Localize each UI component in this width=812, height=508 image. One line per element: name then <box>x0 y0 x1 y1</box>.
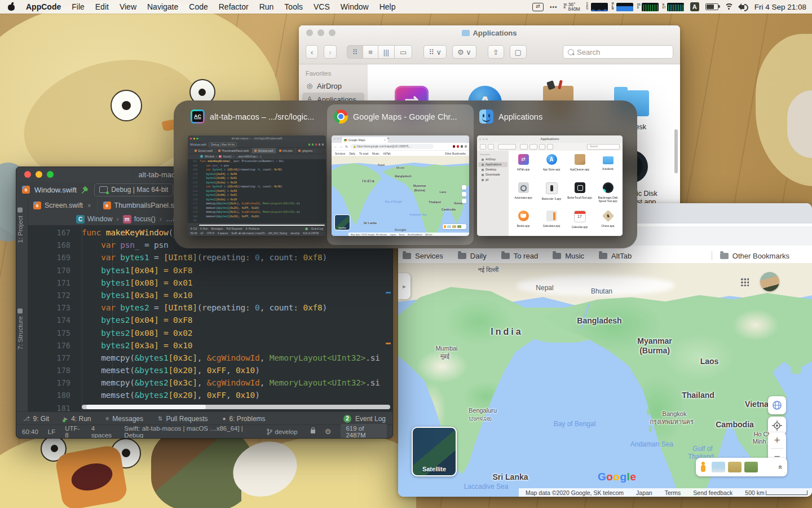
finder-scrollbar[interactable] <box>674 129 678 173</box>
build-hammer-icon[interactable] <box>81 186 90 194</box>
code-line[interactable]: 170 bytes1[0x04] = 0xF8 <box>28 264 392 277</box>
column-view-button[interactable]: ||| <box>378 45 395 59</box>
code-line[interactable]: 174 bytes2[0x04] = 0xF8 <box>188 189 326 194</box>
code-line[interactable]: 176 bytes2[0x3a] = 0x10 <box>28 339 392 352</box>
menu-item-window[interactable]: Window <box>341 2 369 11</box>
gallery-view-button[interactable]: ▭ <box>395 45 412 59</box>
scrollbar-thumb[interactable] <box>86 405 206 409</box>
bookmark-music[interactable]: Music <box>553 252 584 260</box>
terms-link[interactable]: Terms <box>665 489 681 496</box>
chrome-thumbnail[interactable]: Google Maps× + ←→↻ 🔒 https://www.google.… <box>332 135 469 236</box>
app-menu-title[interactable]: AppCode <box>26 2 61 11</box>
sidebar-item-airdrop[interactable]: ◎AirDrop <box>302 79 364 93</box>
finder-search-field[interactable]: Search <box>563 45 673 59</box>
apple-menu-icon[interactable] <box>8 3 15 11</box>
code-line[interactable]: 180 memset(&bytes2[0x20], 0xFF, 0x10) <box>28 389 392 401</box>
pegman-icon[interactable] <box>700 462 705 472</box>
menu-item-edit[interactable]: Edit <box>95 2 109 11</box>
zoom-in-button[interactable]: + <box>768 432 786 448</box>
lock-icon[interactable] <box>311 430 315 433</box>
side-panel-toggle[interactable]: ▸ <box>398 273 411 299</box>
tool-window-button-pull-requests[interactable]: ⇅Pull Requests <box>158 415 208 423</box>
stat-graph-ssd[interactable]: SSD <box>637 3 659 11</box>
bookmark-alttab[interactable]: AltTab <box>599 252 632 260</box>
code-line[interactable]: 177 memcpy(&bytes1[0x3c], &cgWindowId, M… <box>188 202 326 206</box>
code-line[interactable]: 173 var bytes2 = [UInt8](repeating: 0, c… <box>28 301 392 314</box>
menu-item-run[interactable]: Run <box>259 2 274 11</box>
code-line[interactable]: 171 bytes1[0x08] = 0x01 <box>28 277 392 289</box>
input-source-menu[interactable]: A <box>690 2 699 11</box>
git-branch-widget[interactable]: develop <box>267 428 297 435</box>
indent-setting[interactable]: 4 spaces <box>91 425 115 439</box>
code-line[interactable]: 171 bytes1[0x08] = 0x01 <box>188 176 326 181</box>
close-tab-icon[interactable]: × <box>87 202 91 209</box>
code-line[interactable]: 179 memcpy(&bytes2[0x3c], &cgWindowId, M… <box>188 210 326 214</box>
appcode-thumbnail[interactable]: alt-tab-macos – .../src/logic/Window.swi… <box>188 135 326 236</box>
structure-tool-button[interactable]: 7: Structure <box>17 308 24 349</box>
code-line[interactable]: 178 memset(&bytes1[0x20], 0xFF, 0x10) <box>28 364 392 376</box>
breadcrumb-item[interactable]: CWindow <box>76 215 112 224</box>
file-encoding[interactable]: UTF-8 <box>65 425 81 439</box>
code-line[interactable]: 167func makeKeyWindow(_ psn: ProcessSeri… <box>188 159 326 164</box>
group-button[interactable]: ⠿ ∨ <box>423 45 447 59</box>
battery-icon[interactable] <box>705 3 718 10</box>
code-line[interactable]: 181 <box>188 218 326 223</box>
line-separator[interactable]: LF <box>48 428 55 435</box>
imagery-thumbnail[interactable] <box>712 462 725 472</box>
code-line[interactable]: 169 var bytes1 = [UInt8](repeating: 0, c… <box>28 251 392 264</box>
code-line[interactable]: 176 bytes2[0x3a] = 0x10 <box>188 198 326 202</box>
volume-icon[interactable] <box>742 5 744 9</box>
code-line[interactable]: 178 memset(&bytes1[0x20], 0xFF, 0x10) <box>188 206 326 211</box>
bookmark-daily[interactable]: Daily <box>458 252 487 260</box>
tags-button[interactable]: ▢ <box>510 45 527 59</box>
other-bookmarks-button[interactable]: Other Bookmarks <box>720 252 789 260</box>
icon-view-button[interactable]: ⠿ <box>347 45 364 59</box>
code-line[interactable]: 172 bytes1[0x3a] = 0x10 <box>188 181 326 185</box>
event-log-button[interactable]: 2 Event Log <box>343 415 386 423</box>
forward-button[interactable]: › <box>324 45 336 59</box>
sdk-context[interactable]: Swift: alt-tab-macos | macOS …x86_64] | … <box>124 425 250 439</box>
code-editor[interactable]: 167func makeKeyWindow(_ psn: ProcessSeri… <box>28 225 392 412</box>
send-feedback-link[interactable]: Send feedback <box>693 489 732 496</box>
map-region-link[interactable]: Japan <box>636 489 652 496</box>
stat-graph-mem[interactable]: MEM <box>612 3 633 11</box>
code-line[interactable]: 177 memcpy(&bytes1[0x3c], &cgWindowId, M… <box>28 352 392 364</box>
tool-window-button-6-problems[interactable]: ●6: Problems <box>222 415 265 423</box>
code-line[interactable]: 172 bytes1[0x3a] = 0x10 <box>28 289 392 301</box>
bartender-menu-icon[interactable]: ••• <box>550 4 558 10</box>
stat-graph-net[interactable]: NET <box>663 3 684 11</box>
tool-window-button-9-git[interactable]: ⎇9: Git <box>23 415 49 423</box>
imagery-thumbnail[interactable] <box>744 462 758 472</box>
menu-bar-clock[interactable]: Fri 4 Sep 21:08 <box>754 3 806 11</box>
back-button[interactable]: ‹ <box>306 45 318 59</box>
current-file-label[interactable]: Window.swift <box>34 186 77 194</box>
memory-indicator[interactable]: 619 of 2487M <box>341 424 387 439</box>
code-line[interactable]: 179 memcpy(&bytes2[0x3c], &cgWindowId, M… <box>28 376 392 389</box>
code-line[interactable]: 173 var bytes2 = [UInt8](repeating: 0, c… <box>188 185 326 189</box>
error-stripe-mark[interactable] <box>386 292 391 294</box>
code-line[interactable]: 175 bytes2[0x08] = 0x02 <box>188 193 326 198</box>
action-gear-button[interactable]: ⚙ ∨ <box>452 45 476 59</box>
editor-tab-screen.swift[interactable]: sScreen.swift× <box>28 198 98 213</box>
stat-graph-cpu[interactable]: CPU <box>586 3 608 11</box>
error-stripe-mark[interactable] <box>386 343 391 344</box>
list-view-button[interactable]: ≡ <box>363 45 378 59</box>
code-line[interactable]: 175 bytes2[0x08] = 0x02 <box>28 327 392 339</box>
google-account-avatar[interactable] <box>760 272 779 291</box>
finder-thumbnail[interactable]: Applications Search Favorites AirDropApp… <box>477 135 623 236</box>
share-button[interactable]: ⇧ <box>488 45 504 59</box>
code-line[interactable]: 170 bytes1[0x04] = 0xF8 <box>188 172 326 177</box>
menu-item-tools[interactable]: Tools <box>284 2 303 11</box>
breadcrumb-item[interactable]: mfocus() <box>123 215 156 224</box>
code-line[interactable]: 180 memset(&bytes2[0x20], 0xFF, 0x10) <box>188 214 326 219</box>
project-tool-button[interactable]: 1: Project <box>17 208 24 243</box>
map-globe-button[interactable] <box>768 396 786 414</box>
menu-item-view[interactable]: View <box>120 2 136 11</box>
imagery-thumbnail[interactable] <box>728 462 742 472</box>
code-line[interactable]: 169 var bytes1 = [UInt8](repeating: 0, c… <box>188 168 326 172</box>
menu-item-code[interactable]: Code <box>189 2 208 11</box>
menu-item-vcs[interactable]: VCS <box>314 2 330 11</box>
finder-titlebar[interactable]: Applications <box>299 25 680 40</box>
tool-window-button-messages[interactable]: ≡Messages <box>106 415 144 423</box>
collapse-chevrons-icon[interactable]: « <box>776 465 785 469</box>
